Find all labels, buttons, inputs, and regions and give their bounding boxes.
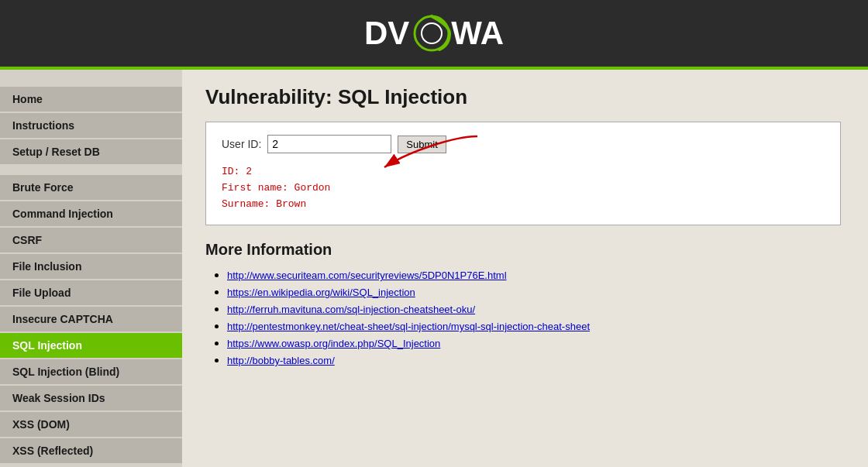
form-box: User ID: Submit ID: 2 First name: Gordon… xyxy=(205,122,841,225)
logo-wa-text: WA xyxy=(451,15,504,52)
link-4[interactable]: http://pentestmonkey.net/cheat-sheet/sql… xyxy=(227,321,590,332)
result-output: ID: 2 First name: Gordon Surname: Brown xyxy=(222,164,825,212)
more-info-title: More Information xyxy=(205,241,845,259)
header: DV WA xyxy=(0,0,868,70)
link-3[interactable]: http://ferruh.mavituna.com/sql-injection… xyxy=(227,304,475,315)
sidebar-item-csrf[interactable]: CSRF xyxy=(0,228,182,252)
sidebar-item-home[interactable]: Home xyxy=(0,87,182,112)
submit-button[interactable]: Submit xyxy=(398,136,446,153)
link-1[interactable]: http://www.securiteam.com/securityreview… xyxy=(227,270,507,281)
logo-dv-text: DV xyxy=(364,15,409,52)
sidebar-item-weak-session-ids[interactable]: Weak Session IDs xyxy=(0,386,182,410)
user-id-input[interactable] xyxy=(267,135,391,153)
sidebar-item-file-inclusion[interactable]: File Inclusion xyxy=(0,254,182,279)
sidebar-item-instructions[interactable]: Instructions xyxy=(0,113,182,138)
sidebar-item-command-injection[interactable]: Command Injection xyxy=(0,201,182,226)
user-id-label: User ID: xyxy=(222,138,261,150)
link-5[interactable]: https://www.owasp.org/index.php/SQL_Inje… xyxy=(227,338,440,349)
link-2[interactable]: https://en.wikipedia.org/wiki/SQL_inject… xyxy=(227,287,415,298)
result-line3: Surname: Brown xyxy=(222,197,825,213)
sidebar-item-xss-reflected[interactable]: XSS (Reflected) xyxy=(0,438,182,463)
result-line2: First name: Gordon xyxy=(222,180,825,197)
list-item: https://en.wikipedia.org/wiki/SQL_inject… xyxy=(227,285,845,299)
sidebar-item-sql-injection[interactable]: SQL Injection xyxy=(0,333,182,358)
logo: DV WA xyxy=(364,14,504,53)
list-item: http://www.securiteam.com/securityreview… xyxy=(227,268,845,282)
sidebar-item-sql-injection-blind[interactable]: SQL Injection (Blind) xyxy=(0,359,182,384)
sidebar: Home Instructions Setup / Reset DB Brute… xyxy=(0,70,182,467)
link-6[interactable]: http://bobby-tables.com/ xyxy=(227,355,335,366)
main-layout: Home Instructions Setup / Reset DB Brute… xyxy=(0,70,868,467)
list-item: https://www.owasp.org/index.php/SQL_Inje… xyxy=(227,336,845,350)
svg-point-1 xyxy=(422,23,442,43)
page-title: Vulnerability: SQL Injection xyxy=(205,85,845,109)
result-line1: ID: 2 xyxy=(222,164,825,180)
sidebar-item-xss-dom[interactable]: XSS (DOM) xyxy=(0,412,182,437)
sidebar-item-insecure-captcha[interactable]: Insecure CAPTCHA xyxy=(0,307,182,331)
logo-icon xyxy=(412,14,451,53)
form-row: User ID: Submit xyxy=(222,135,825,153)
sidebar-item-setup[interactable]: Setup / Reset DB xyxy=(0,139,182,164)
more-info-list: http://www.securiteam.com/securityreview… xyxy=(205,268,845,367)
list-item: http://bobby-tables.com/ xyxy=(227,353,845,367)
content-area: Vulnerability: SQL Injection User ID: Su… xyxy=(182,70,868,467)
sidebar-item-brute-force[interactable]: Brute Force xyxy=(0,175,182,200)
sidebar-item-file-upload[interactable]: File Upload xyxy=(0,280,182,305)
list-item: http://ferruh.mavituna.com/sql-injection… xyxy=(227,302,845,316)
list-item: http://pentestmonkey.net/cheat-sheet/sql… xyxy=(227,319,845,333)
